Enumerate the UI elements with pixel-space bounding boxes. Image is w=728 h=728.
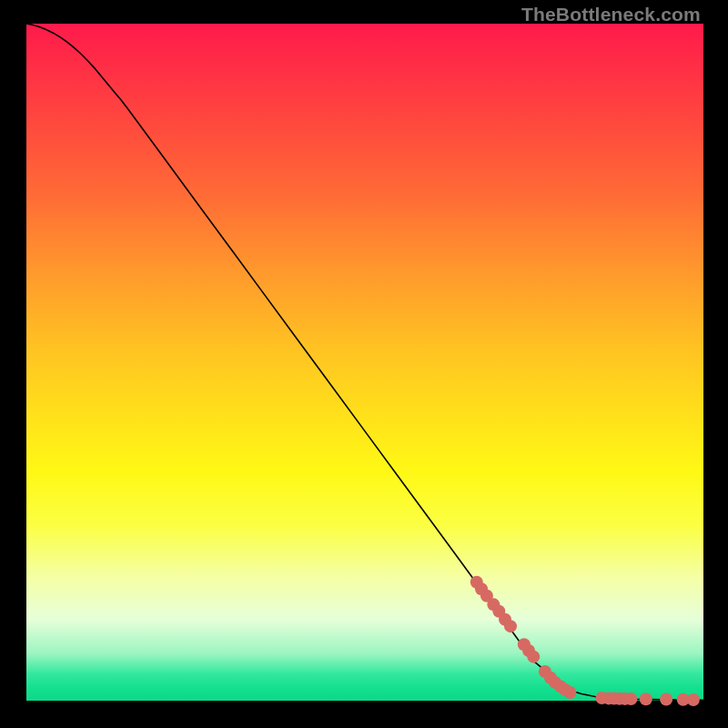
data-dot [504,620,517,632]
bottleneck-curve [26,24,703,700]
attribution-text: TheBottleneck.com [521,4,701,25]
chart-stage: TheBottleneck.com [0,0,728,728]
data-dot [687,693,700,706]
data-dot [660,693,672,706]
plot-area [26,24,703,701]
data-dot [640,693,652,705]
curve-svg [26,24,703,701]
data-dots [470,576,700,706]
data-dot [527,651,540,663]
data-dot [563,686,576,699]
data-dot [624,693,637,705]
